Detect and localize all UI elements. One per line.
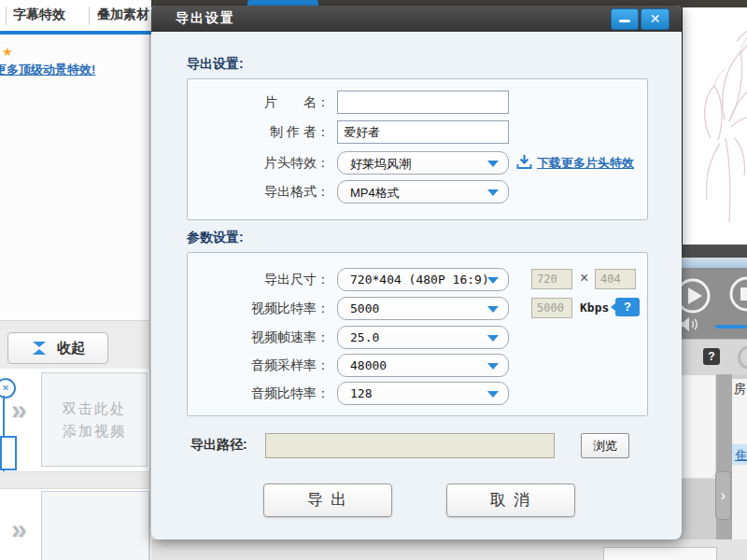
tab-subtitle-effects[interactable]: 字幕特效 (13, 7, 65, 23)
video-bitrate-dropdown[interactable]: 5000 (337, 297, 509, 320)
export-size-value: 720*404 (480P 16:9) (350, 273, 489, 287)
download-more-intros-link[interactable]: 下载更多片头特效 (537, 155, 634, 172)
export-button[interactable]: 导 出 (263, 483, 392, 517)
chevron-down-icon (487, 335, 499, 342)
video-bitrate-value: 5000 (350, 301, 379, 315)
frame-rate-value: 25.0 (350, 330, 379, 344)
chevron-down-icon (487, 161, 499, 167)
bitrate-help-icon[interactable]: ? (615, 298, 640, 316)
collapse-arrows-icon (31, 340, 48, 357)
clipped-panel-text: 房 (734, 381, 746, 398)
add-video-dropzone[interactable]: 双击此处 添加视频 (41, 372, 148, 467)
chevron-down-icon (487, 391, 499, 398)
video-preview (681, 7, 747, 245)
export-format-label: 导出格式： (188, 184, 330, 201)
seek-bar[interactable] (681, 258, 747, 268)
add-video-text-line1: 双击此处 (42, 398, 147, 420)
export-section-heading: 导出设置: (187, 56, 244, 73)
author-label: 制 作 者： (188, 124, 330, 141)
selected-clip-thumbnail[interactable] (0, 436, 17, 470)
browse-button[interactable]: 浏览 (581, 433, 629, 458)
cancel-button[interactable]: 取 消 (446, 483, 575, 517)
frame-rate-dropdown[interactable]: 25.0 (337, 326, 509, 349)
audio-bitrate-label: 音频比特率： (188, 385, 330, 402)
export-settings-dialog: 导出设置 ✕ 导出设置: 片 名： 制 作 者： 片头特效： 好莱坞风潮 下载更… (151, 6, 682, 539)
download-icon (516, 154, 532, 170)
chevron-down-icon (487, 277, 499, 284)
video-bitrate-label: 视频比特率： (188, 301, 330, 317)
intro-effect-label: 片头特效： (188, 155, 330, 172)
film-name-input[interactable] (337, 91, 509, 114)
export-section-group: 片 名： 制 作 者： 片头特效： 好莱坞风潮 下载更多片头特效 导出格式： M… (187, 78, 648, 220)
top-tab-bar: 字幕特效 叠加素材 (0, 0, 151, 31)
collapse-button[interactable]: 收起 (7, 332, 108, 364)
help-icon[interactable]: ? (703, 348, 720, 365)
author-input[interactable] (337, 120, 509, 144)
bitrate-unit: Kbps (580, 301, 609, 315)
panel-expand-handle[interactable]: › (715, 471, 731, 520)
panel-edge-line (149, 35, 150, 560)
audio-bitrate-dropdown[interactable]: 128 (337, 382, 509, 405)
export-path-label: 导出路径: (190, 437, 247, 454)
params-section-group: 导出尺寸： 720*404 (480P 16:9) 720 × 404 视频比特… (187, 252, 648, 416)
minimize-icon (619, 20, 630, 22)
app-root: 字幕特效 叠加素材 ★ 更多顶级动景特效! 收起 ✕ » 双击此处 添加视频 » (0, 0, 747, 560)
audio-sample-rate-value: 48000 (350, 358, 387, 372)
tab-overlay-material[interactable]: 叠加素材 (97, 7, 149, 23)
close-button[interactable]: ✕ (641, 8, 669, 30)
volume-slider[interactable] (715, 325, 747, 329)
lotus-sketch (683, 7, 747, 245)
clipped-selected-text: 隹 (735, 447, 747, 464)
export-format-dropdown[interactable]: MP4格式 (337, 180, 509, 203)
chevron-right-icon: » (11, 515, 27, 543)
tab-divider (89, 7, 90, 25)
times-symbol: × (580, 270, 588, 287)
add-video-text-line2: 添加视频 (42, 420, 147, 442)
height-field-disabled: 404 (595, 269, 636, 289)
export-size-dropdown[interactable]: 720*404 (480P 16:9) (337, 268, 509, 291)
chevron-down-icon (487, 363, 499, 370)
export-path-input[interactable] (265, 433, 555, 458)
minimize-button[interactable] (611, 8, 639, 30)
stop-button[interactable] (728, 275, 747, 313)
preview-bottom-bar (681, 245, 747, 258)
bottom-background-box (603, 547, 717, 560)
side-panel-rail (716, 374, 732, 560)
width-field-disabled: 720 (531, 269, 572, 289)
more-effects-link[interactable]: 更多顶级动景特效! (0, 62, 95, 78)
dialog-title: 导出设置 (176, 10, 235, 27)
audio-sample-rate-dropdown[interactable]: 48000 (337, 354, 509, 377)
clipped-side-panel-top (732, 374, 747, 379)
film-name-label: 片 名： (188, 94, 330, 111)
dialog-title-bar: 导出设置 ✕ (151, 6, 682, 32)
audio-sample-rate-label: 音频采样率： (188, 357, 330, 374)
chevron-down-icon (487, 306, 499, 313)
audio-bitrate-value: 128 (350, 386, 372, 400)
tab-divider (6, 7, 7, 25)
intro-effect-dropdown[interactable]: 好莱坞风潮 (337, 151, 509, 175)
intro-effect-value: 好莱坞风潮 (350, 156, 411, 173)
collapse-button-label: 收起 (57, 340, 85, 357)
effects-panel: ★ 更多顶级动景特效! (0, 35, 149, 320)
params-section-heading: 参数设置: (187, 230, 244, 246)
frame-rate-label: 视频帧速率： (188, 329, 330, 346)
clipped-side-panel (732, 374, 747, 560)
export-size-label: 导出尺寸： (188, 272, 330, 288)
chevron-down-icon (487, 189, 499, 196)
star-icon: ★ (2, 45, 13, 59)
timeline-divider (0, 471, 149, 489)
empty-timeline-slot[interactable] (41, 491, 149, 560)
chevron-right-icon: » (11, 396, 27, 424)
export-format-value: MP4格式 (350, 185, 400, 202)
bitrate-field-disabled: 5000 (531, 298, 572, 318)
